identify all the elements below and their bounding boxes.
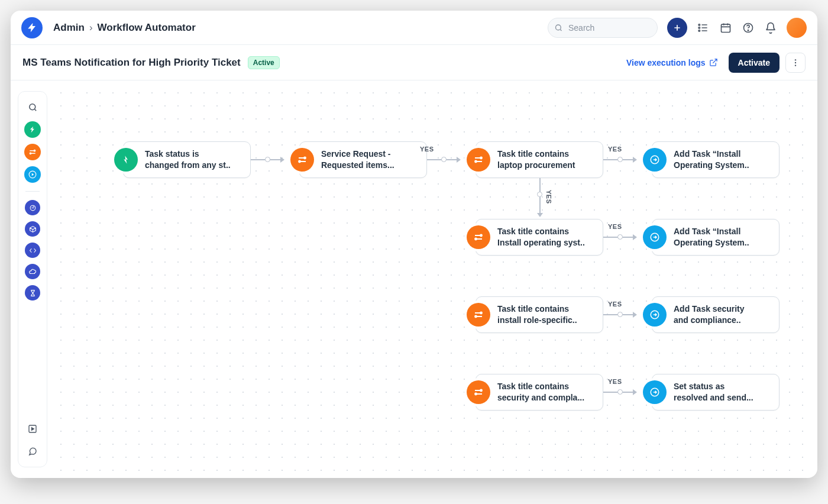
svg-point-12 (30, 153, 31, 154)
connector-dot (617, 389, 623, 395)
svg-rect-4 (722, 24, 730, 32)
search-field[interactable] (548, 18, 658, 38)
action-icon (643, 303, 667, 327)
svg-point-3 (698, 30, 700, 31)
breadcrumb-current[interactable]: Workflow Automator (98, 22, 196, 34)
node-action-1[interactable]: Add Task “InstallOperating System.. (652, 141, 780, 178)
condition-icon (290, 148, 314, 172)
chevron-right-icon: › (89, 22, 93, 34)
svg-point-16 (304, 157, 306, 159)
tool-code[interactable] (25, 243, 40, 258)
tool-condition[interactable] (24, 144, 41, 160)
node-label: Task status ischanged from any st.. (145, 148, 231, 171)
top-bar: Admin › Workflow Automator (11, 11, 817, 45)
node-trigger[interactable]: Task status ischanged from any st.. (123, 141, 251, 178)
arrow-right-icon (280, 157, 284, 163)
node-label: Task title containsInstall operating sys… (497, 226, 585, 248)
node-condition-3[interactable]: Task title containsInstall operating sys… (476, 219, 603, 256)
bell-icon[interactable] (764, 21, 777, 34)
node-condition-5[interactable]: Task title containssecurity and compla..… (476, 374, 603, 411)
yes-label: YES (608, 301, 622, 308)
search-input[interactable] (548, 18, 658, 38)
svg-point-17 (299, 161, 300, 163)
node-label: Add Task securityand compliance.. (674, 303, 745, 326)
svg-point-2 (698, 27, 700, 28)
node-condition-1[interactable]: Service Request -Requested items... (299, 141, 427, 178)
yes-label: YES (420, 146, 434, 153)
tool-form[interactable] (25, 200, 40, 215)
add-button[interactable] (667, 18, 687, 38)
node-action-4[interactable]: Set status asresolved and send... (652, 374, 780, 411)
view-logs-label: View execution logs (626, 58, 706, 67)
yes-label: YES (545, 190, 552, 204)
list-icon[interactable] (697, 21, 710, 34)
more-menu-button[interactable] (785, 53, 806, 73)
condition-icon (467, 380, 490, 404)
sub-header: MS Teams Notification for High Priority … (11, 45, 817, 80)
dots-vertical-icon (791, 58, 800, 67)
node-condition-2[interactable]: Task title containslaptop procurement (476, 141, 603, 178)
svg-point-9 (795, 64, 796, 66)
condition-icon (467, 303, 490, 327)
tool-action[interactable] (24, 166, 41, 183)
node-action-2[interactable]: Add Task “InstallOperating System.. (652, 219, 780, 256)
svg-point-28 (475, 393, 477, 395)
arrow-right-icon (633, 389, 637, 395)
workflow-canvas-area: Task status ischanged from any st.. Serv… (11, 80, 817, 478)
condition-icon (467, 225, 490, 249)
app-logo[interactable] (21, 17, 43, 38)
node-action-3[interactable]: Add Task securityand compliance.. (652, 296, 780, 333)
arrow-right-icon (457, 157, 461, 163)
node-label: Add Task “InstallOperating System.. (674, 226, 749, 248)
tool-preview[interactable] (24, 421, 41, 437)
svg-point-6 (748, 30, 748, 30)
node-label: Service Request -Requested items... (321, 148, 394, 171)
node-condition-4[interactable]: Task title containsinstall role-specific… (476, 296, 603, 333)
external-link-icon (709, 58, 718, 67)
svg-point-7 (795, 59, 796, 60)
yes-label: YES (608, 378, 622, 385)
svg-point-27 (480, 390, 482, 392)
connector-dot (537, 192, 542, 197)
yes-label: YES (608, 146, 622, 153)
activate-button[interactable]: Activate (729, 53, 780, 73)
node-label: Task title containssecurity and compla..… (497, 381, 584, 403)
breadcrumb: Admin › Workflow Automator (53, 22, 196, 34)
arrow-right-icon (633, 234, 637, 240)
yes-label: YES (608, 223, 622, 230)
svg-point-25 (475, 316, 477, 318)
action-icon (643, 225, 667, 249)
svg-point-10 (29, 104, 35, 109)
tool-trigger[interactable] (24, 121, 41, 138)
connector-dot (265, 157, 270, 162)
calendar-icon[interactable] (719, 21, 732, 34)
workflow-canvas[interactable]: Task status ischanged from any st.. Serv… (54, 86, 811, 472)
connector-dot (441, 157, 447, 162)
status-badge: Active (248, 56, 280, 69)
svg-point-18 (480, 157, 482, 159)
tool-cloud[interactable] (25, 264, 40, 279)
action-icon (643, 380, 667, 404)
node-label: Task title containsinstall role-specific… (497, 303, 577, 326)
tool-timer[interactable] (25, 285, 40, 301)
arrow-right-icon (633, 157, 637, 163)
user-avatar[interactable] (787, 18, 807, 38)
connector-dot (617, 234, 623, 240)
svg-point-22 (475, 238, 477, 240)
tool-cube[interactable] (25, 221, 40, 237)
tool-comment[interactable] (24, 443, 41, 460)
connector-dot (617, 157, 623, 162)
top-actions (667, 18, 807, 38)
tool-search[interactable] (24, 99, 41, 115)
svg-point-21 (480, 235, 482, 237)
node-label: Set status asresolved and send... (674, 381, 753, 403)
arrow-right-icon (633, 312, 637, 318)
breadcrumb-parent[interactable]: Admin (53, 22, 85, 34)
view-logs-link[interactable]: View execution logs (626, 58, 718, 67)
svg-point-8 (795, 62, 796, 63)
svg-point-24 (480, 312, 482, 314)
palette-divider (25, 191, 40, 192)
help-icon[interactable] (742, 21, 755, 34)
arrow-down-icon (537, 213, 543, 217)
svg-point-1 (698, 24, 700, 25)
